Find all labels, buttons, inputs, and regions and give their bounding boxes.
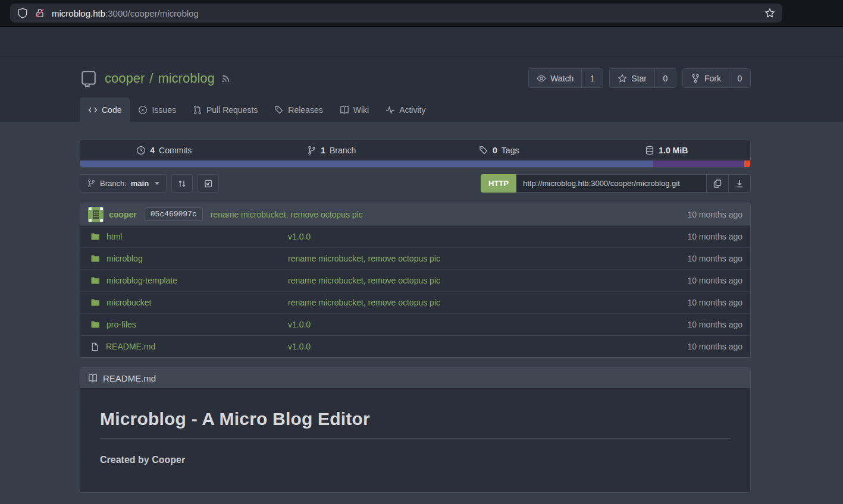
chevron-down-icon [155, 182, 159, 185]
file-link[interactable]: pro-files [80, 320, 288, 329]
tab-activity[interactable]: Activity [377, 97, 434, 122]
url-path: :3000/cooper/microblog [105, 8, 199, 18]
watch-button[interactable]: Watch [529, 69, 581, 87]
repo-tabs: Code Issues Pull Requests Releases Wiki … [80, 97, 751, 122]
watch-group: Watch 1 [528, 68, 603, 88]
file-link[interactable]: README.md [80, 342, 288, 351]
repo-page-header: cooper / microblog Watch 1 [0, 27, 843, 122]
file-icon [90, 342, 99, 351]
goto-file-button[interactable] [198, 174, 219, 193]
file-commit-link[interactable]: v1.0.0 [288, 232, 687, 241]
shield-icon[interactable] [17, 8, 28, 18]
star-count[interactable]: 0 [654, 69, 676, 87]
file-commit-link[interactable]: rename microbucket, remove octopus pic [288, 298, 687, 307]
table-row: microblog-template rename microbucket, r… [80, 269, 750, 291]
tab-issues-label: Issues [152, 105, 176, 115]
branch-icon [87, 179, 96, 188]
repo-name-link[interactable]: microblog [158, 71, 214, 86]
repo-owner-link[interactable]: cooper [105, 71, 145, 86]
tab-pull-requests-label: Pull Requests [206, 105, 258, 115]
database-icon [645, 146, 654, 155]
file-time: 10 months ago [687, 232, 742, 241]
file-time: 10 months ago [687, 320, 742, 329]
tab-wiki-label: Wiki [353, 105, 369, 115]
pulse-icon [386, 105, 395, 115]
repo-stats-segment: 4 Commits 1 Branch 0 Tags 1.0 MiB [80, 140, 751, 168]
tab-releases-label: Releases [288, 105, 322, 115]
tab-pull-requests[interactable]: Pull Requests [184, 97, 266, 122]
folder-icon [90, 320, 100, 329]
file-name-label: microblog-template [106, 276, 177, 285]
file-commit-link[interactable]: v1.0.0 [288, 342, 687, 351]
tab-code[interactable]: Code [80, 97, 130, 122]
compare-button[interactable] [171, 174, 193, 193]
repo-size: 1.0 MiB [659, 146, 688, 155]
url-text[interactable]: microblog.htb:3000/cooper/microblog [52, 8, 199, 18]
insecure-lock-icon[interactable] [35, 8, 45, 18]
file-time: 10 months ago [687, 276, 742, 285]
file-name-label: README.md [106, 342, 155, 351]
clone-panel: HTTP [481, 174, 751, 193]
avatar[interactable] [88, 207, 104, 222]
language-bar[interactable] [80, 160, 750, 167]
branch-icon [307, 146, 316, 155]
branch-selector[interactable]: Branch: main [80, 174, 167, 193]
address-bar[interactable]: microblog.htb:3000/cooper/microblog [10, 4, 782, 23]
star-group: Star 0 [609, 68, 676, 88]
tab-code-label: Code [102, 105, 121, 115]
fork-count[interactable]: 0 [729, 69, 750, 87]
commits-label: Commits [159, 146, 192, 155]
eye-icon [537, 74, 546, 83]
fork-button[interactable]: Fork [683, 69, 729, 87]
download-icon [735, 179, 744, 188]
copy-url-button[interactable] [707, 174, 729, 193]
readme-filename: README.md [103, 373, 156, 383]
table-row: html v1.0.0 10 months ago [80, 225, 750, 247]
code-icon [88, 105, 98, 115]
file-commit-link[interactable]: v1.0.0 [288, 320, 687, 329]
tab-wiki[interactable]: Wiki [331, 97, 377, 122]
file-name-label: microblog [106, 254, 143, 263]
file-time: 10 months ago [687, 254, 742, 263]
readme-header: README.md [80, 368, 750, 388]
table-row: microbucket rename microbucket, remove o… [80, 291, 750, 313]
url-host: microblog.htb [52, 8, 105, 18]
language-segment-2 [653, 160, 744, 167]
http-protocol-button[interactable]: HTTP [481, 174, 516, 193]
commit-sha-badge[interactable]: 05c469097c [145, 207, 203, 221]
file-link[interactable]: microblog [80, 254, 288, 263]
branches-label: Branch [330, 146, 356, 155]
repository-icon [80, 70, 98, 87]
fork-group: Fork 0 [682, 68, 751, 88]
file-commit-link[interactable]: rename microbucket, remove octopus pic [288, 276, 687, 285]
file-link[interactable]: microblog-template [80, 276, 288, 285]
pull-request-icon [193, 105, 202, 115]
file-link[interactable]: microbucket [80, 298, 288, 307]
file-commit-link[interactable]: rename microbucket, remove octopus pic [288, 254, 687, 263]
clone-url-input[interactable] [516, 174, 707, 193]
rss-icon[interactable] [221, 73, 231, 84]
star-icon [618, 74, 627, 83]
tags-stat[interactable]: 0 Tags [415, 146, 583, 155]
watch-label: Watch [550, 74, 574, 83]
tab-releases[interactable]: Releases [266, 97, 331, 122]
tab-activity-label: Activity [399, 105, 425, 115]
language-segment-1 [80, 160, 653, 167]
bookmark-star-icon[interactable] [764, 8, 775, 18]
file-link[interactable]: html [80, 232, 288, 241]
branches-count: 1 [321, 146, 325, 155]
file-table: cooper 05c469097c rename microbucket, re… [80, 203, 751, 358]
star-button[interactable]: Star [610, 69, 654, 87]
download-button[interactable] [729, 174, 751, 193]
commit-author-link[interactable]: cooper [109, 210, 137, 219]
folder-icon [90, 254, 100, 263]
watch-count[interactable]: 1 [581, 69, 603, 87]
branch-name: main [131, 179, 149, 188]
commits-stat[interactable]: 4 Commits [80, 146, 248, 155]
branches-stat[interactable]: 1 Branch [248, 146, 416, 155]
tag-icon [479, 146, 488, 155]
file-name-label: microbucket [106, 298, 151, 307]
commit-message-link[interactable]: rename microbucket, remove octopus pic [211, 210, 363, 219]
book-icon [340, 105, 349, 115]
tab-issues[interactable]: Issues [130, 97, 184, 122]
